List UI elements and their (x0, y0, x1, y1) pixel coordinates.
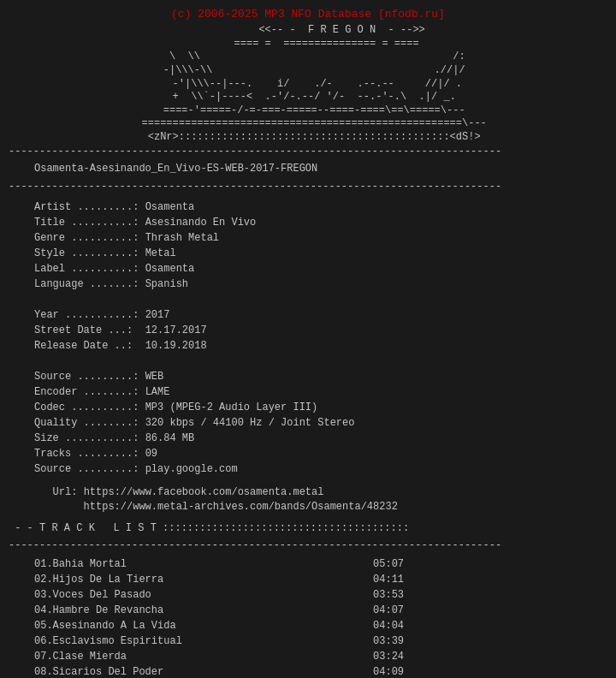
year-value: 2017 (145, 309, 170, 321)
encoder-label: Encoder ........: (34, 386, 139, 398)
language-value: Spanish (145, 278, 188, 290)
release-name: Osamenta-Asesinando_En_Vivo-ES-WEB-2017-… (9, 158, 607, 180)
label-label: Label ..........: (34, 263, 139, 275)
track-row: 08.Sicarios Del Poder 04:09 (34, 666, 404, 678)
street-date-label: Street Date ...: (34, 324, 133, 336)
size-label: Size ...........: (34, 432, 139, 444)
title-value: Asesinando En Vivo (145, 217, 257, 229)
quality-value: 320 kbps / 44100 Hz / Joint Stereo (145, 417, 355, 429)
codec-value: MP3 (MPEG-2 Audio Layer III) (145, 401, 318, 413)
genre-value: Thrash Metal (145, 232, 219, 244)
track-row: 02.Hijos De La Tierra 04:11 (34, 574, 404, 586)
source-value: WEB (145, 371, 164, 383)
encoder-value: LAME (145, 386, 170, 398)
track-row: 06.Esclavismo Espiritual 03:39 (34, 635, 404, 647)
url1: https://www.facebook.com/osamenta.metal (84, 486, 324, 498)
style-value: Metal (145, 247, 176, 259)
divider-top: ----------------------------------------… (9, 145, 607, 159)
divider-mid: ----------------------------------------… (9, 180, 607, 194)
ascii-art-block: <<-- - F R E G O N - -->> ==== = =======… (9, 24, 607, 144)
url-block: Url: https://www.facebook.com/osamenta.m… (9, 482, 607, 518)
genre-label: Genre ..........: (34, 232, 139, 244)
track-row: 07.Clase Mierda 03:24 (34, 651, 404, 663)
tracks-label: Tracks .........: (34, 448, 139, 460)
tracklist-block: 01.Bahia Mortal 05:07 02.Hijos De La Tie… (9, 553, 607, 678)
metadata-block: Artist .........: Osamenta Title .......… (9, 194, 607, 482)
source2-label: Source .........: (34, 463, 139, 475)
release-date-value: 10.19.2018 (145, 340, 207, 352)
tracks-value: 09 (145, 448, 157, 460)
url-label: Url: (53, 486, 78, 498)
divider-tracklist: ----------------------------------------… (9, 538, 607, 553)
source-label: Source .........: (34, 371, 139, 383)
artist-label: Artist .........: (34, 201, 139, 213)
url2: https://www.metal-archives.com/bands/Osa… (84, 501, 398, 513)
source2-value: play.google.com (145, 463, 238, 475)
size-value: 86.84 MB (145, 432, 195, 444)
header-copyright: (c) 2006-2025 MP3 NFO Database [nfodb.ru… (9, 7, 607, 22)
track-row: 05.Asesinando A La Vida 04:04 (34, 620, 404, 632)
street-date-value: 12.17.2017 (145, 324, 207, 336)
title-label: Title ..........: (34, 217, 139, 229)
style-label: Style ..........: (34, 247, 139, 259)
quality-label: Quality ........: (34, 417, 139, 429)
track-row: 03.Voces Del Pasado 03:53 (34, 589, 404, 601)
artist-value: Osamenta (145, 201, 195, 213)
track-row: 01.Bahia Mortal 05:07 (34, 558, 404, 570)
language-label: Language .......: (34, 278, 139, 290)
tracklist-section-header: - - T R A C K L I S T ::::::::::::::::::… (9, 521, 607, 536)
year-label: Year ...........: (34, 309, 139, 321)
track-row: 04.Hambre De Revancha 04:07 (34, 604, 404, 616)
release-date-label: Release Date ..: (34, 340, 133, 352)
label-value: Osamenta (145, 263, 195, 275)
codec-label: Codec ..........: (34, 401, 139, 413)
